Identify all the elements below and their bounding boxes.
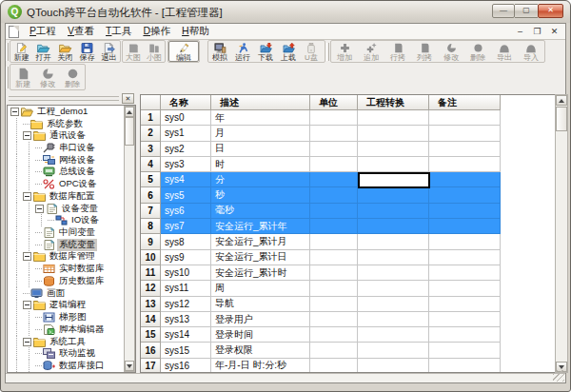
cell[interactable] — [429, 297, 501, 312]
tree-item-数据库管理[interactable]: 数据库管理 — [8, 251, 135, 264]
column-header-描述[interactable]: 描述 — [211, 95, 310, 110]
row-header[interactable]: 1 — [141, 110, 161, 126]
expander-minus-icon[interactable] — [35, 205, 44, 213]
menu-item-h[interactable]: H帮助 — [176, 24, 215, 39]
cell[interactable] — [310, 343, 358, 358]
toolbar-button-add-plus[interactable]: 增加 — [331, 41, 358, 62]
column-header-名称[interactable]: 名称 — [161, 95, 211, 110]
tree-item-系统参数[interactable]: 系统参数 — [8, 118, 135, 130]
row-header[interactable]: 6 — [141, 187, 161, 203]
cell[interactable] — [358, 297, 429, 312]
toolbar-button-close-folder[interactable]: 关闭 — [54, 41, 76, 62]
row-header[interactable]: 17 — [141, 359, 161, 373]
cell[interactable] — [429, 110, 501, 126]
cell[interactable] — [310, 265, 358, 281]
cell[interactable] — [358, 234, 429, 249]
row-header[interactable]: 3 — [141, 142, 161, 157]
cell[interactable] — [429, 327, 501, 343]
cell[interactable] — [310, 327, 358, 343]
row-header[interactable]: 13 — [141, 297, 161, 312]
table-corner-cell[interactable] — [141, 95, 161, 110]
toolbar-button-save-floppy[interactable]: 保存 — [76, 41, 98, 62]
cell[interactable]: 安全运行_累计年 — [211, 219, 310, 234]
toolbar-button-large-icons[interactable]: 大图 — [123, 41, 144, 62]
menu-item-p[interactable]: P工程 — [24, 24, 62, 39]
expander-minus-icon[interactable] — [23, 338, 31, 346]
cell[interactable]: 毫秒 — [211, 204, 310, 219]
cell[interactable]: sys10 — [161, 265, 211, 281]
cell[interactable]: sys3 — [161, 157, 211, 172]
cell[interactable]: sys12 — [161, 297, 211, 312]
cell[interactable] — [310, 359, 358, 373]
cell[interactable] — [358, 343, 429, 358]
tree-item-OPC设备[interactable]: OPC设备 — [8, 178, 135, 190]
cell[interactable] — [358, 157, 429, 172]
cell[interactable] — [429, 343, 501, 358]
toolbar-handle-mid[interactable] — [326, 43, 329, 61]
cell[interactable]: sys6 — [161, 204, 211, 219]
toolbar-button-new-doc[interactable]: 新建 — [10, 41, 32, 62]
tree-item-设备变量[interactable]: 设备变量 — [8, 203, 135, 215]
cell[interactable] — [310, 219, 358, 234]
cell[interactable]: 年-月-日 时:分:秒 — [211, 359, 310, 373]
toolbar-button-modify[interactable]: 修改 — [438, 41, 464, 62]
tree-item-系统变量[interactable]: 系统变量 — [8, 239, 135, 251]
cell[interactable] — [310, 157, 358, 172]
cell[interactable]: sys8 — [161, 234, 211, 249]
tree-item-联动监视[interactable]: 联动监视 — [8, 347, 135, 360]
cell[interactable]: 登录用户 — [211, 312, 310, 327]
cell[interactable]: 日 — [211, 142, 310, 157]
tree-item-IO设备[interactable]: IO设备 — [8, 214, 135, 226]
row-header[interactable]: 12 — [141, 281, 161, 296]
table-scrollbar[interactable] — [555, 94, 568, 373]
cell[interactable]: sys0 — [161, 110, 211, 126]
toolbar-button-open-folder[interactable]: 打开 — [32, 41, 54, 62]
cell[interactable] — [358, 327, 429, 343]
tree-item-工程_demo1[interactable]: 工程_demo1 — [8, 106, 135, 118]
tree-item-梯形图[interactable]: 梯形图 — [8, 311, 135, 323]
cell[interactable]: 安全运行_累计时 — [211, 265, 310, 281]
cell[interactable]: 秒 — [211, 187, 310, 203]
cell[interactable] — [358, 126, 429, 141]
tree-item-脚本编辑器[interactable]: 脚本编辑器 — [8, 323, 135, 336]
cell[interactable]: 导航 — [211, 297, 310, 312]
tree-item-逻辑编程[interactable]: 逻辑编程 — [8, 300, 135, 312]
mdi-restore-button[interactable]: ❐ — [530, 26, 544, 38]
toolbar2-button-新建[interactable]: 新建 — [10, 65, 35, 89]
expander-minus-icon[interactable] — [23, 131, 31, 140]
cell[interactable] — [310, 110, 358, 126]
tree-item-画面[interactable]: 画面 — [8, 287, 135, 300]
cell[interactable]: sys7 — [161, 219, 211, 234]
row-header[interactable]: 5 — [141, 172, 161, 187]
maximize-button[interactable]: ▢ — [515, 4, 538, 18]
cell[interactable] — [358, 187, 429, 203]
cell[interactable] — [310, 281, 358, 296]
cell[interactable] — [429, 359, 501, 373]
toolbar-button-delete[interactable]: 删除 — [464, 41, 491, 62]
row-header[interactable]: 15 — [141, 327, 161, 343]
cell[interactable] — [429, 126, 501, 141]
toolbar-button-run-figure[interactable]: 运行 — [231, 41, 254, 62]
menu-item-t[interactable]: T工具 — [100, 24, 137, 39]
toolbar-button-row-copy[interactable]: 行拷 — [384, 41, 411, 62]
toolbar-handle[interactable] — [6, 43, 9, 61]
menu-item-v[interactable]: V查看 — [62, 24, 100, 39]
cell[interactable] — [429, 234, 501, 249]
toolbar-button-exit-doc[interactable]: 退出 — [98, 41, 120, 62]
cell[interactable] — [310, 250, 358, 265]
toolbar-button-col-copy[interactable]: 列拷 — [411, 41, 438, 62]
cell[interactable] — [429, 187, 501, 203]
toolbar-button-edit-pencil[interactable]: 编辑 — [168, 41, 199, 62]
cell[interactable]: sys4 — [161, 172, 211, 187]
column-header-单位[interactable]: 单位 — [310, 95, 358, 110]
cell[interactable] — [310, 126, 358, 141]
expander-minus-icon[interactable] — [10, 108, 19, 116]
row-header[interactable]: 7 — [141, 204, 161, 219]
toolbar-handle-2[interactable] — [6, 67, 9, 88]
toolbar-button-simulate-monitor[interactable]: 模拟 — [208, 41, 231, 62]
cell[interactable] — [358, 250, 429, 265]
cell[interactable]: sys13 — [161, 312, 211, 327]
tree-item-总线设备[interactable]: 总线设备 — [8, 167, 135, 179]
cell[interactable] — [358, 265, 429, 281]
tree-scrollbar[interactable] — [124, 106, 135, 372]
